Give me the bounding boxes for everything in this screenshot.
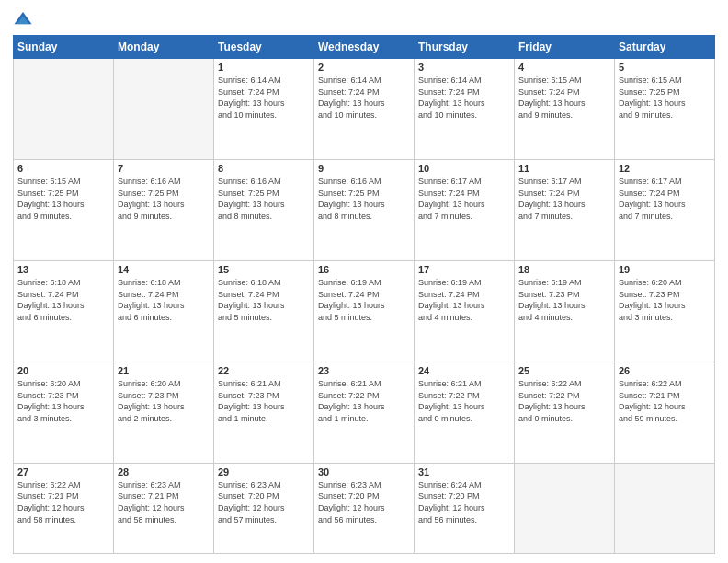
day-number: 30 [318, 466, 410, 477]
day-info: Sunrise: 6:16 AM Sunset: 7:25 PM Dayligh… [318, 176, 410, 222]
day-number: 12 [619, 163, 711, 174]
calendar-cell: 16Sunrise: 6:19 AM Sunset: 7:24 PM Dayli… [314, 260, 415, 362]
calendar-cell: 23Sunrise: 6:21 AM Sunset: 7:22 PM Dayli… [314, 362, 415, 463]
calendar-cell: 28Sunrise: 6:23 AM Sunset: 7:21 PM Dayli… [114, 463, 214, 553]
day-number: 21 [118, 365, 210, 376]
calendar-cell: 13Sunrise: 6:18 AM Sunset: 7:24 PM Dayli… [14, 260, 114, 362]
weekday-header-friday: Friday [515, 36, 615, 59]
calendar-cell: 26Sunrise: 6:22 AM Sunset: 7:21 PM Dayli… [615, 362, 715, 463]
day-number: 24 [418, 365, 510, 376]
day-info: Sunrise: 6:20 AM Sunset: 7:23 PM Dayligh… [118, 378, 210, 424]
calendar-cell: 12Sunrise: 6:17 AM Sunset: 7:24 PM Dayli… [615, 159, 715, 260]
day-info: Sunrise: 6:24 AM Sunset: 7:20 PM Dayligh… [418, 479, 510, 525]
day-number: 3 [418, 62, 510, 73]
calendar-cell: 6Sunrise: 6:15 AM Sunset: 7:25 PM Daylig… [14, 159, 114, 260]
day-info: Sunrise: 6:20 AM Sunset: 7:23 PM Dayligh… [619, 277, 711, 323]
day-number: 4 [518, 62, 610, 73]
day-info: Sunrise: 6:18 AM Sunset: 7:24 PM Dayligh… [17, 277, 109, 323]
day-info: Sunrise: 6:23 AM Sunset: 7:20 PM Dayligh… [218, 479, 310, 525]
day-number: 1 [218, 62, 310, 73]
day-number: 8 [218, 163, 310, 174]
day-number: 6 [17, 163, 109, 174]
calendar-cell: 7Sunrise: 6:16 AM Sunset: 7:25 PM Daylig… [114, 159, 214, 260]
calendar-cell: 3Sunrise: 6:14 AM Sunset: 7:24 PM Daylig… [415, 59, 515, 160]
day-number: 14 [118, 264, 210, 275]
day-number: 20 [17, 365, 109, 376]
day-info: Sunrise: 6:18 AM Sunset: 7:24 PM Dayligh… [118, 277, 210, 323]
calendar-week-row: 1Sunrise: 6:14 AM Sunset: 7:24 PM Daylig… [14, 59, 715, 160]
day-info: Sunrise: 6:17 AM Sunset: 7:24 PM Dayligh… [518, 176, 610, 222]
day-info: Sunrise: 6:19 AM Sunset: 7:23 PM Dayligh… [518, 277, 610, 323]
day-info: Sunrise: 6:16 AM Sunset: 7:25 PM Dayligh… [118, 176, 210, 222]
day-number: 11 [518, 163, 610, 174]
day-number: 19 [619, 264, 711, 275]
calendar-cell: 14Sunrise: 6:18 AM Sunset: 7:24 PM Dayli… [114, 260, 214, 362]
calendar-table: SundayMondayTuesdayWednesdayThursdayFrid… [13, 35, 715, 554]
day-info: Sunrise: 6:21 AM Sunset: 7:22 PM Dayligh… [418, 378, 510, 424]
calendar-cell: 9Sunrise: 6:16 AM Sunset: 7:25 PM Daylig… [314, 159, 415, 260]
day-info: Sunrise: 6:15 AM Sunset: 7:25 PM Dayligh… [619, 75, 711, 121]
calendar-cell [515, 463, 615, 553]
day-info: Sunrise: 6:19 AM Sunset: 7:24 PM Dayligh… [318, 277, 410, 323]
calendar-cell: 29Sunrise: 6:23 AM Sunset: 7:20 PM Dayli… [214, 463, 314, 553]
calendar-cell: 2Sunrise: 6:14 AM Sunset: 7:24 PM Daylig… [314, 59, 415, 160]
calendar-cell: 31Sunrise: 6:24 AM Sunset: 7:20 PM Dayli… [415, 463, 515, 553]
day-info: Sunrise: 6:14 AM Sunset: 7:24 PM Dayligh… [218, 75, 310, 121]
day-number: 27 [17, 466, 109, 477]
day-number: 18 [518, 264, 610, 275]
day-number: 17 [418, 264, 510, 275]
calendar-cell: 27Sunrise: 6:22 AM Sunset: 7:21 PM Dayli… [14, 463, 114, 553]
day-info: Sunrise: 6:20 AM Sunset: 7:23 PM Dayligh… [17, 378, 109, 424]
calendar-cell: 21Sunrise: 6:20 AM Sunset: 7:23 PM Dayli… [114, 362, 214, 463]
day-info: Sunrise: 6:21 AM Sunset: 7:22 PM Dayligh… [318, 378, 410, 424]
calendar-cell: 19Sunrise: 6:20 AM Sunset: 7:23 PM Dayli… [615, 260, 715, 362]
weekday-header-sunday: Sunday [14, 36, 114, 59]
calendar-week-row: 20Sunrise: 6:20 AM Sunset: 7:23 PM Dayli… [14, 362, 715, 463]
calendar-cell: 17Sunrise: 6:19 AM Sunset: 7:24 PM Dayli… [415, 260, 515, 362]
day-info: Sunrise: 6:23 AM Sunset: 7:20 PM Dayligh… [318, 479, 410, 525]
calendar-week-row: 27Sunrise: 6:22 AM Sunset: 7:21 PM Dayli… [14, 463, 715, 553]
day-info: Sunrise: 6:23 AM Sunset: 7:21 PM Dayligh… [118, 479, 210, 525]
day-info: Sunrise: 6:14 AM Sunset: 7:24 PM Dayligh… [318, 75, 410, 121]
calendar-cell: 5Sunrise: 6:15 AM Sunset: 7:25 PM Daylig… [615, 59, 715, 160]
day-info: Sunrise: 6:21 AM Sunset: 7:23 PM Dayligh… [218, 378, 310, 424]
calendar-week-row: 13Sunrise: 6:18 AM Sunset: 7:24 PM Dayli… [14, 260, 715, 362]
day-number: 25 [518, 365, 610, 376]
day-info: Sunrise: 6:17 AM Sunset: 7:24 PM Dayligh… [619, 176, 711, 222]
day-info: Sunrise: 6:17 AM Sunset: 7:24 PM Dayligh… [418, 176, 510, 222]
day-number: 9 [318, 163, 410, 174]
calendar-cell: 4Sunrise: 6:15 AM Sunset: 7:24 PM Daylig… [515, 59, 615, 160]
day-number: 7 [118, 163, 210, 174]
day-number: 23 [318, 365, 410, 376]
day-info: Sunrise: 6:15 AM Sunset: 7:24 PM Dayligh… [518, 75, 610, 121]
day-info: Sunrise: 6:22 AM Sunset: 7:22 PM Dayligh… [518, 378, 610, 424]
calendar-cell [114, 59, 214, 160]
day-number: 28 [118, 466, 210, 477]
day-info: Sunrise: 6:18 AM Sunset: 7:24 PM Dayligh… [218, 277, 310, 323]
calendar-cell: 24Sunrise: 6:21 AM Sunset: 7:22 PM Dayli… [415, 362, 515, 463]
day-number: 16 [318, 264, 410, 275]
day-number: 26 [619, 365, 711, 376]
day-number: 2 [318, 62, 410, 73]
day-number: 15 [218, 264, 310, 275]
calendar-cell: 20Sunrise: 6:20 AM Sunset: 7:23 PM Dayli… [14, 362, 114, 463]
day-number: 29 [218, 466, 310, 477]
calendar-week-row: 6Sunrise: 6:15 AM Sunset: 7:25 PM Daylig… [14, 159, 715, 260]
day-number: 5 [619, 62, 711, 73]
calendar-cell: 25Sunrise: 6:22 AM Sunset: 7:22 PM Dayli… [515, 362, 615, 463]
day-info: Sunrise: 6:15 AM Sunset: 7:25 PM Dayligh… [17, 176, 109, 222]
logo [13, 9, 37, 29]
calendar-cell: 10Sunrise: 6:17 AM Sunset: 7:24 PM Dayli… [415, 159, 515, 260]
weekday-header-wednesday: Wednesday [314, 36, 415, 59]
calendar-cell: 22Sunrise: 6:21 AM Sunset: 7:23 PM Dayli… [214, 362, 314, 463]
weekday-header-row: SundayMondayTuesdayWednesdayThursdayFrid… [14, 36, 715, 59]
calendar-cell: 11Sunrise: 6:17 AM Sunset: 7:24 PM Dayli… [515, 159, 615, 260]
day-number: 22 [218, 365, 310, 376]
day-info: Sunrise: 6:22 AM Sunset: 7:21 PM Dayligh… [17, 479, 109, 525]
page: SundayMondayTuesdayWednesdayThursdayFrid… [0, 0, 728, 563]
logo-icon [13, 9, 33, 29]
header [13, 9, 715, 29]
weekday-header-tuesday: Tuesday [214, 36, 314, 59]
weekday-header-thursday: Thursday [415, 36, 515, 59]
calendar-cell: 18Sunrise: 6:19 AM Sunset: 7:23 PM Dayli… [515, 260, 615, 362]
